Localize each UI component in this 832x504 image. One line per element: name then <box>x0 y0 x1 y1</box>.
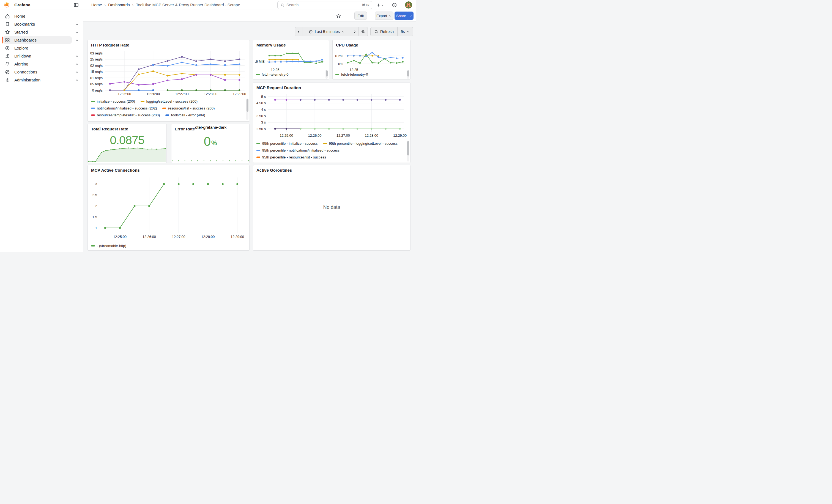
refresh-interval-picker[interactable]: 5s <box>397 27 413 36</box>
breadcrumb-separator: › <box>105 3 106 7</box>
refresh-button[interactable]: Refresh <box>370 27 397 36</box>
refresh-controls: Refresh 5s <box>370 27 413 36</box>
legend-scrollbar[interactable] <box>407 141 409 155</box>
panel-title[interactable]: MCP Active Connections <box>91 168 140 173</box>
time-back-button[interactable] <box>295 27 302 36</box>
svg-text:12:26:00: 12:26:00 <box>146 92 160 96</box>
breadcrumb-item[interactable]: Home <box>92 3 102 7</box>
svg-text:0.015 req/s: 0.015 req/s <box>90 70 103 74</box>
svg-text:0.025 req/s: 0.025 req/s <box>90 57 103 61</box>
legend-scrollbar[interactable] <box>246 99 249 112</box>
user-avatar[interactable] <box>405 1 412 8</box>
svg-text:0.03 req/s: 0.03 req/s <box>90 51 103 55</box>
share-button[interactable]: Share <box>394 11 408 20</box>
sidebar-item-drilldown[interactable]: Drilldown <box>0 52 83 60</box>
no-data-message: No data <box>253 205 410 210</box>
breadcrumb-item: ToolHive MCP Server & Proxy Runner Dashb… <box>136 3 243 7</box>
help-button[interactable] <box>390 2 399 8</box>
error-rate-value: 0% <box>172 134 249 149</box>
sidebar-item-bookmarks[interactable]: Bookmarks <box>0 20 83 28</box>
panel-total-request-rate: Total Request Rate 0.0875 <box>87 124 167 163</box>
legend-item[interactable]: fetch-telemetry-0 <box>256 72 289 77</box>
sidebar-item-connections[interactable]: Connections <box>0 68 83 76</box>
panel-title[interactable]: HTTP Request Rate <box>91 43 129 47</box>
export-button[interactable]: Export <box>375 11 393 20</box>
svg-text:12:27:00: 12:27:00 <box>172 235 185 239</box>
time-range-picker[interactable]: Last 5 minutes <box>302 27 352 36</box>
legend-item[interactable]: tools/call - success (200) <box>91 120 136 121</box>
sidebar-item-administration[interactable]: Administration <box>0 76 83 84</box>
sidebar-item-label: Drilldown <box>14 54 31 58</box>
panel-title[interactable]: CPU Usage <box>336 43 358 47</box>
panel-title[interactable]: Active Goroutines <box>256 168 292 173</box>
legend-item[interactable]: - (streamable-http) <box>91 244 126 248</box>
panel-title[interactable]: Error Rate <box>175 127 195 131</box>
legend-item[interactable]: 95th percentile - initialize - success <box>256 141 318 145</box>
legend-item[interactable]: unknown - success (200) <box>191 120 237 121</box>
dashboard-canvas: Last 5 minutes Refresh 5s HTTP Request R… <box>83 22 416 252</box>
legend-item[interactable]: tools/call - error (404) <box>165 113 205 117</box>
legend-item[interactable]: 95th percentile - logging/setLevel - suc… <box>323 141 397 145</box>
chevron-down-icon <box>75 38 79 42</box>
legend-item[interactable]: logging/setLevel - success (200) <box>140 99 198 103</box>
series-color-pill <box>323 143 327 144</box>
zoom-out-button[interactable] <box>359 27 368 36</box>
search-input[interactable]: ⌘+k <box>277 1 372 9</box>
svg-text:0.2%: 0.2% <box>335 54 343 58</box>
legend-item[interactable]: 95th percentile - resources/list - succe… <box>256 155 326 159</box>
svg-text:3 s: 3 s <box>261 121 266 124</box>
sidebar-item-explore[interactable]: Explore <box>0 44 83 52</box>
svg-text:4 s: 4 s <box>261 108 266 112</box>
share-options-button[interactable] <box>408 11 414 20</box>
grafana-logo-icon[interactable] <box>4 2 10 8</box>
chevron-down-icon <box>75 30 79 34</box>
svg-text:12:29:00: 12:29:00 <box>233 92 246 96</box>
active-indicator <box>2 36 3 44</box>
svg-text:12:26:00: 12:26:00 <box>308 134 322 137</box>
http-request-rate-chart: 12:25:0012:26:0012:27:0012:28:0012:29:00… <box>90 49 248 97</box>
drilldown-icon <box>5 53 10 59</box>
sidebar-item-label: Starred <box>14 30 28 34</box>
svg-text:2.5: 2.5 <box>93 193 97 197</box>
legend-item[interactable]: tools/list - success (200) <box>142 120 186 121</box>
legend-scrollbar[interactable] <box>326 71 328 77</box>
sidebar-item-label: Explore <box>14 46 28 50</box>
top-header: Home›Dashboards›ToolHive MCP Server & Pr… <box>83 0 416 10</box>
legend-item[interactable]: initialize - success (200) <box>91 99 135 103</box>
edit-button[interactable]: Edit <box>354 11 367 20</box>
sidebar-nav: HomeBookmarksStarredDashboardsExploreDri… <box>0 12 83 84</box>
panel-memory-usage: Memory Usage 12:2516 MiB fetch-telemetry… <box>253 40 329 80</box>
search-icon <box>280 3 285 7</box>
star-dashboard-icon[interactable] <box>336 13 341 19</box>
panel-title[interactable]: Total Request Rate <box>91 127 128 131</box>
legend-scrollbar[interactable] <box>407 71 409 77</box>
svg-text:12:29:00: 12:29:00 <box>231 235 244 239</box>
svg-text:16 MiB: 16 MiB <box>255 60 265 63</box>
add-new-button[interactable] <box>374 3 386 7</box>
panel-mcp-active-connections: MCP Active Connections 12:25:0012:26:001… <box>87 165 250 250</box>
series-color-pill <box>256 74 260 75</box>
legend-item[interactable]: notifications/initialized - success (202… <box>91 106 157 110</box>
legend-item[interactable]: resources/list - success (200) <box>162 106 215 110</box>
sidebar-item-dashboards[interactable]: Dashboards <box>0 36 83 44</box>
panel-title[interactable]: Memory Usage <box>256 43 286 47</box>
header-actions: ⌘+k <box>277 0 416 10</box>
sidebar-item-home[interactable]: Home <box>0 12 83 20</box>
sidebar-item-alerting[interactable]: Alerting <box>0 60 83 68</box>
plus-icon <box>376 3 381 7</box>
legend-item[interactable]: fetch-telemetry-0 <box>335 72 368 77</box>
panel-title[interactable]: MCP Request Duration <box>256 85 301 90</box>
sidebar-item-starred[interactable]: Starred <box>0 28 83 36</box>
time-forward-button[interactable] <box>352 27 359 36</box>
mcp-request-duration-chart: 12:25:0012:26:0012:27:0012:28:0012:29:00… <box>255 91 409 139</box>
legend-item[interactable]: 95th percentile - notifications/initiali… <box>256 148 339 152</box>
svg-text:2.50 s: 2.50 s <box>256 127 266 131</box>
sidebar-item-label: Dashboards <box>14 38 36 43</box>
gear-icon <box>5 77 10 83</box>
mcp-active-connections-chart: 12:25:0012:26:0012:27:0012:28:0012:29:00… <box>90 175 248 241</box>
sidebar-item-label: Alerting <box>14 62 28 66</box>
sidebar-toggle-icon[interactable] <box>74 2 79 8</box>
breadcrumb-item[interactable]: Dashboards <box>108 3 130 7</box>
cpu-legend: fetch-telemetry-0 <box>335 71 405 79</box>
legend-item[interactable]: resources/templates/list - success (200) <box>91 113 160 117</box>
